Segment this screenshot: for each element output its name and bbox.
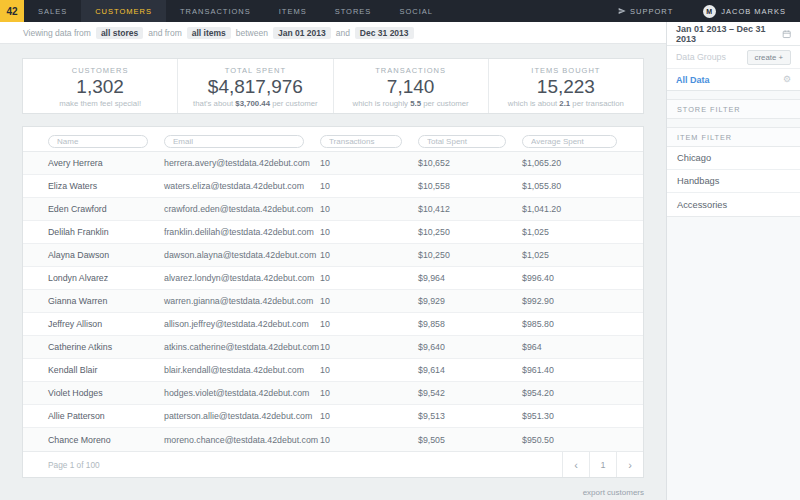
filter-item[interactable]: Chicago [667,147,800,170]
page-number-input[interactable] [589,452,616,477]
filter-text: Viewing data from [23,28,91,38]
prev-page-button[interactable]: ‹ [562,452,589,477]
nav-tab[interactable]: ITEMS [265,0,321,22]
filter-item[interactable]: Handbags [667,170,800,193]
cell-total-spent: $9,513 [418,411,522,421]
nav-tab[interactable]: CUSTOMERS [81,0,166,22]
nav-tab-label: SOCIAL [399,7,433,16]
stat-value: 15,223 [493,76,639,98]
support-button[interactable]: SUPPORT [602,0,689,22]
cell-average-spent: $1,041.20 [522,204,633,214]
data-groups-header: Data Groups create + [667,46,800,69]
cell-email: waters.eliza@testdata.42debut.com [164,181,320,191]
nav-tab[interactable]: STORES [321,0,386,22]
column-filter-input[interactable] [48,135,148,148]
export-customers-link[interactable]: export customers [583,488,644,497]
cell-transactions: 10 [320,250,418,260]
table-row[interactable]: Delilah Franklin franklin.delilah@testda… [23,221,643,244]
cell-name: Alayna Dawson [48,250,164,260]
table-row[interactable]: Londyn Alvarez alvarez.londyn@testdata.4… [23,267,643,290]
table-row[interactable]: Chance Moreno moreno.chance@testdata.42d… [23,428,643,451]
table-filter-row [23,127,643,152]
cell-total-spent: $9,929 [418,296,522,306]
cell-name: Eliza Waters [48,181,164,191]
column-filter-input[interactable] [164,135,304,148]
data-groups-list: All Data ⚙ [667,69,800,91]
stat-note-text: per transaction [570,99,624,108]
table-row[interactable]: Eden Crawford crawford.eden@testdata.42d… [23,198,643,221]
column-filter-input[interactable] [418,135,506,148]
table-row[interactable]: Gianna Warren warren.gianna@testdata.42d… [23,290,643,313]
table-row[interactable]: Catherine Atkins atkins.catherine@testda… [23,336,643,359]
next-page-button[interactable]: › [616,452,643,477]
cell-email: blair.kendall@testdata.42debut.com [164,365,320,375]
cell-average-spent: $1,025 [522,250,633,260]
store-filter-section[interactable]: STORE FILTER [667,99,800,119]
cell-name: Violet Hodges [48,388,164,398]
cell-email: allison.jeffrey@testdata.42debut.com [164,319,320,329]
cell-average-spent: $1,055.80 [522,181,633,191]
cell-transactions: 10 [320,181,418,191]
cell-name: Chance Moreno [48,435,164,445]
cell-transactions: 10 [320,435,418,445]
cell-transactions: 10 [320,158,418,168]
stat-note-text: that's about [193,99,235,108]
table-row[interactable]: Eliza Waters waters.eliza@testdata.42deb… [23,175,643,198]
table-row[interactable]: Alayna Dawson dawson.alayna@testdata.42d… [23,244,643,267]
nav-tab-label: SALES [38,7,67,16]
cell-transactions: 10 [320,388,418,398]
filter-item[interactable]: Accessories [667,193,800,216]
end-date-chip[interactable]: Dec 31 2013 [355,27,414,39]
stat-label: ITEMS BOUGHT [493,66,639,75]
nav-tab[interactable]: SOCIAL [385,0,447,22]
stores-filter-chip[interactable]: all stores [96,27,143,39]
stat-note-text: which is about [508,99,560,108]
table-row[interactable]: Violet Hodges hodges.violet@testdata.42d… [23,382,643,405]
data-group-label: All Data [676,75,710,85]
cell-email: warren.gianna@testdata.42debut.com [164,296,320,306]
gear-icon[interactable]: ⚙ [783,75,791,84]
top-nav: 42 SALES CUSTOMERS TRANSACTIONS ITEMS ST… [0,0,800,22]
user-menu[interactable]: M JACOB MARKS [689,0,800,22]
stat-label: TRANSACTIONS [338,66,484,75]
create-group-button[interactable]: create + [747,50,791,65]
filter-text: and [336,28,350,38]
cell-average-spent: $996.40 [522,273,633,283]
cell-average-spent: $992.90 [522,296,633,306]
stat-note: that's about $3,700.44 per customer [182,99,328,108]
cell-total-spent: $9,505 [418,435,522,445]
item-filter-section[interactable]: ITEM FILTER [667,127,800,147]
data-group-item[interactable]: All Data ⚙ [667,69,800,91]
brand-logo[interactable]: 42 [0,0,24,22]
nav-tab-label: STORES [335,7,372,16]
table-row[interactable]: Kendall Blair blair.kendall@testdata.42d… [23,359,643,382]
cell-email: herrera.avery@testdata.42debut.com [164,158,320,168]
cell-total-spent: $9,858 [418,319,522,329]
cell-average-spent: $961.40 [522,365,633,375]
cell-total-spent: $10,412 [418,204,522,214]
nav-tab[interactable]: SALES [24,0,81,22]
nav-tab[interactable]: TRANSACTIONS [166,0,265,22]
stat-note-highlight: 5.5 [410,99,421,108]
items-filter-chip[interactable]: all items [187,27,231,39]
table-body: Avery Herrera herrera.avery@testdata.42d… [23,152,643,451]
column-filter [164,130,320,148]
date-range-picker[interactable]: Jan 01 2013 – Dec 31 2013 [667,22,800,46]
filter-text: between [236,28,268,38]
cell-email: franklin.delilah@testdata.42debut.com [164,227,320,237]
table-row[interactable]: Avery Herrera herrera.avery@testdata.42d… [23,152,643,175]
cell-name: Avery Herrera [48,158,164,168]
stat-value: 1,302 [27,76,173,98]
cell-name: Catherine Atkins [48,342,164,352]
column-filter-input[interactable] [522,135,617,148]
start-date-chip[interactable]: Jan 01 2013 [273,27,331,39]
pagination: ‹ › [562,452,643,477]
stat-card: CUSTOMERS 1,302 make them feel special! [23,59,177,113]
table-row[interactable]: Jeffrey Allison allison.jeffrey@testdata… [23,313,643,336]
cell-transactions: 10 [320,342,418,352]
column-filter-input[interactable] [320,135,402,148]
stat-card: TRANSACTIONS 7,140 which is roughly 5.5 … [333,59,488,113]
cell-transactions: 10 [320,296,418,306]
table-row[interactable]: Allie Patterson patterson.allie@testdata… [23,405,643,428]
cell-average-spent: $951.30 [522,411,633,421]
